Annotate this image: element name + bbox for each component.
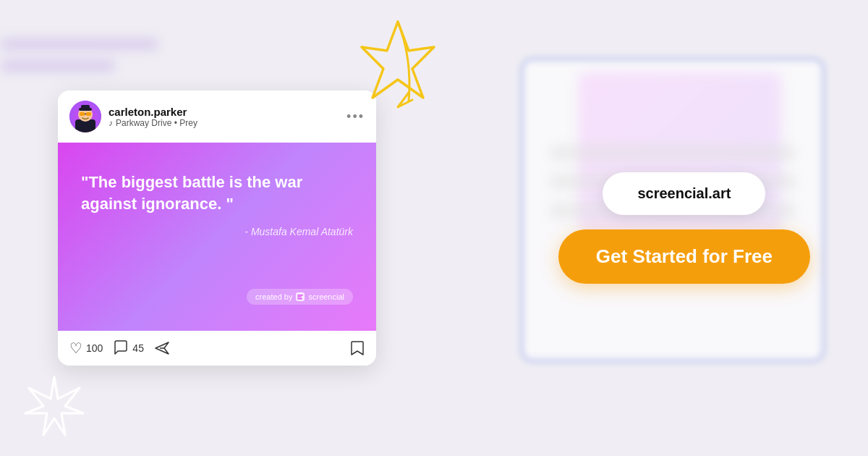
right-cta: screencial.art Get Started for Free [558, 172, 810, 284]
doodle-bottom-star [22, 373, 87, 442]
post-actions-left: ♡ 100 45 [69, 339, 170, 357]
like-action[interactable]: ♡ 100 [69, 339, 103, 357]
post-song: ♪ Parkway Drive • Prey [109, 118, 339, 128]
created-badge: created by screencial [247, 289, 353, 305]
avatar-image [69, 101, 101, 132]
comment-action[interactable]: 45 [113, 340, 144, 356]
post-created-by: created by screencial [81, 289, 353, 305]
svg-rect-11 [297, 298, 302, 300]
send-action[interactable] [154, 340, 170, 356]
post-header: carleton.parker ♪ Parkway Drive • Prey •… [58, 90, 376, 143]
comment-icon [113, 340, 129, 356]
send-icon [154, 340, 170, 356]
instagram-post-card: carleton.parker ♪ Parkway Drive • Prey •… [58, 90, 376, 366]
svg-rect-9 [297, 295, 303, 296]
heart-icon: ♡ [69, 339, 82, 357]
screencial-icon [295, 292, 305, 302]
likes-count: 100 [86, 342, 103, 354]
post-image: "The biggest battle is the war against i… [58, 143, 376, 331]
created-by-label: created by [255, 292, 292, 301]
post-quote: "The biggest battle is the war against i… [81, 172, 353, 214]
svg-rect-4 [86, 112, 91, 116]
post-user-info: carleton.parker ♪ Parkway Drive • Prey [109, 106, 339, 128]
bookmark-icon [350, 340, 365, 356]
bookmark-action[interactable] [350, 340, 365, 356]
post-footer: ♡ 100 45 [58, 331, 376, 366]
song-label: Parkway Drive • Prey [116, 118, 197, 128]
url-pill: screencial.art [603, 172, 765, 215]
brand-name: screencial [308, 292, 344, 301]
comments-count: 45 [132, 342, 144, 354]
svg-rect-10 [297, 297, 302, 298]
music-note-icon: ♪ [109, 118, 113, 128]
svg-rect-7 [81, 105, 90, 109]
avatar [69, 101, 101, 132]
post-username: carleton.parker [109, 106, 339, 118]
post-author: - Mustafa Kemal Atatürk [81, 226, 353, 237]
doodle-top-arrow [354, 14, 441, 119]
svg-rect-3 [80, 112, 85, 116]
get-started-button[interactable]: Get Started for Free [558, 229, 810, 284]
